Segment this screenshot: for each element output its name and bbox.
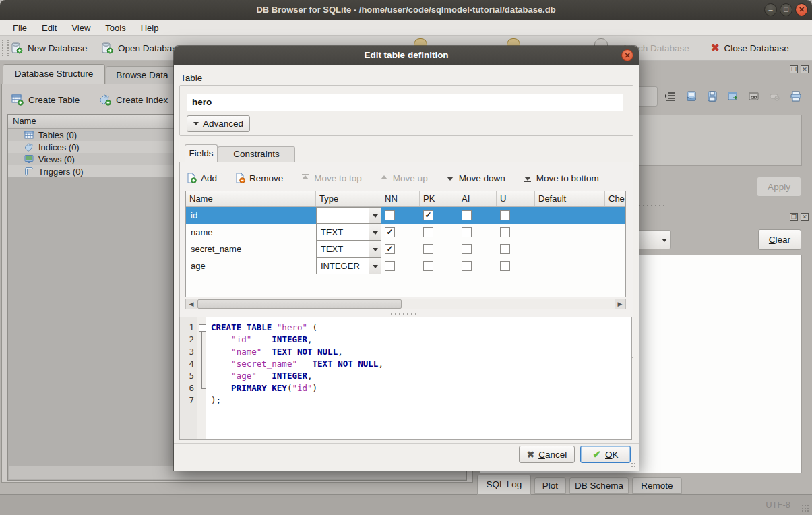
column-header-check[interactable]: Check xyxy=(605,191,626,206)
pk-checkbox[interactable] xyxy=(423,227,433,237)
field-row-name[interactable]: nameTEXT✓ xyxy=(186,224,625,241)
column-header-ai[interactable]: AI xyxy=(458,191,497,206)
type-combobox[interactable]: TEXT xyxy=(316,241,381,258)
print-button[interactable] xyxy=(787,88,805,105)
create-table-button[interactable]: Create Table xyxy=(11,91,80,109)
scroll-right-icon[interactable]: ▶ xyxy=(615,299,625,309)
cancel-button[interactable]: ✖ Cancel xyxy=(519,446,575,463)
dock-float-icon[interactable]: ❐ xyxy=(790,213,798,221)
table-name-input[interactable]: hero xyxy=(187,94,623,111)
move-to-top-button[interactable]: Move to top xyxy=(301,173,362,183)
move-to-bottom-button[interactable]: Move to bottom xyxy=(523,173,599,183)
ai-checkbox[interactable] xyxy=(462,227,472,237)
tab-db-schema[interactable]: DB Schema xyxy=(569,477,629,494)
dock-float-icon[interactable]: ❐ xyxy=(790,65,798,73)
tab-remote[interactable]: Remote xyxy=(632,477,682,494)
open-database-button[interactable]: Open Database xyxy=(101,39,182,57)
tab-browse-data[interactable]: Browse Data xyxy=(106,66,179,84)
maximize-icon[interactable]: □ xyxy=(780,3,792,16)
scroll-left-icon[interactable]: ◀ xyxy=(186,299,197,309)
resize-grip[interactable] xyxy=(801,504,809,512)
nn-checkbox[interactable]: ✓ xyxy=(385,244,395,254)
dock-splitter-handle[interactable] xyxy=(637,204,667,207)
pk-checkbox[interactable]: ✓ xyxy=(423,210,433,220)
column-header-name[interactable]: Name xyxy=(186,191,316,206)
column-header-u[interactable]: U xyxy=(497,191,535,206)
tab-plot[interactable]: Plot xyxy=(534,477,566,494)
menu-tools[interactable]: Tools xyxy=(99,22,131,34)
check-cell[interactable] xyxy=(605,241,626,258)
field-name-cell[interactable]: id xyxy=(186,207,316,224)
field-name-cell[interactable]: age xyxy=(186,258,316,274)
default-cell[interactable] xyxy=(535,241,605,258)
field-name-cell[interactable]: name xyxy=(186,224,316,241)
type-combobox[interactable]: INTEGER xyxy=(316,258,381,274)
menu-help[interactable]: Help xyxy=(135,22,165,34)
dialog-resize-grip[interactable] xyxy=(631,462,637,468)
pk-checkbox[interactable] xyxy=(423,244,433,254)
remove-button[interactable]: Remove xyxy=(235,173,283,183)
create-index-button[interactable]: Create Index xyxy=(99,91,168,109)
field-row-secret_name[interactable]: secret_nameTEXT✓ xyxy=(186,241,625,258)
move-up-button[interactable]: Move up xyxy=(379,173,428,183)
field-name-cell[interactable]: secret_name xyxy=(186,241,316,258)
dock-close-icon[interactable]: ✕ xyxy=(801,213,809,221)
default-cell[interactable] xyxy=(535,258,605,274)
field-row-id[interactable]: idINTEGER✓ xyxy=(186,207,625,224)
tab-constraints[interactable]: Constraints xyxy=(218,146,295,162)
export-button[interactable] xyxy=(724,88,742,105)
sql-fold-column[interactable] xyxy=(197,317,206,439)
apply-button[interactable]: Apply xyxy=(757,177,801,197)
dialog-close-icon[interactable]: ✕ xyxy=(621,49,633,61)
ai-checkbox[interactable] xyxy=(462,261,472,271)
type-combobox[interactable]: TEXT xyxy=(316,224,381,241)
dock-close-icon[interactable]: ✕ xyxy=(801,65,809,73)
check-cell[interactable] xyxy=(605,207,626,224)
toolbar-drag-handle[interactable] xyxy=(2,40,9,56)
nn-checkbox[interactable]: ✓ xyxy=(385,227,395,237)
menu-view[interactable]: View xyxy=(65,22,96,34)
pk-checkbox[interactable] xyxy=(423,261,433,271)
type-combobox[interactable]: INTEGER xyxy=(316,207,381,224)
indent-button[interactable] xyxy=(662,88,679,105)
window-titlebar[interactable]: DB Browser for SQLite - /home/user/code/… xyxy=(0,0,812,20)
column-header-nn[interactable]: NN xyxy=(381,191,420,206)
new-database-button[interactable]: New Database xyxy=(11,39,88,57)
default-cell[interactable] xyxy=(535,207,605,224)
fields-grid-hscrollbar[interactable]: ◀ ▶ xyxy=(185,299,626,309)
menu-file[interactable]: File xyxy=(7,22,33,34)
u-checkbox[interactable] xyxy=(500,227,510,237)
nn-checkbox[interactable] xyxy=(385,261,395,271)
clear-log-button[interactable]: Clear xyxy=(758,229,801,250)
advanced-button[interactable]: Advanced xyxy=(187,115,250,132)
scrollbar-thumb[interactable] xyxy=(197,299,402,309)
field-row-age[interactable]: ageINTEGER xyxy=(186,258,625,274)
column-header-default[interactable]: Default xyxy=(535,191,605,206)
ai-checkbox[interactable] xyxy=(462,210,472,220)
close-database-button[interactable]: ✖ Close Database xyxy=(711,39,789,57)
add-button[interactable]: Add xyxy=(186,173,217,183)
dialog-titlebar[interactable]: Edit table definition ✕ xyxy=(174,46,639,65)
u-checkbox[interactable] xyxy=(500,210,510,220)
fold-marker-icon[interactable] xyxy=(197,322,206,334)
open-file-button[interactable] xyxy=(683,88,700,105)
save-file-button[interactable] xyxy=(704,88,721,105)
menu-edit[interactable]: Edit xyxy=(36,22,63,34)
ai-checkbox[interactable] xyxy=(462,244,472,254)
tab-sql-log[interactable]: SQL Log xyxy=(477,475,531,495)
u-checkbox[interactable] xyxy=(500,261,510,271)
link-button[interactable] xyxy=(745,88,763,105)
tab-fields[interactable]: Fields xyxy=(185,144,218,162)
sql-preview[interactable]: 1234567 CREATE TABLE "hero" ( "id" INTEG… xyxy=(179,317,632,440)
cell-mode-button[interactable] xyxy=(636,86,658,107)
column-header-type[interactable]: Type xyxy=(316,191,381,206)
dialog-splitter-handle[interactable] xyxy=(389,313,419,315)
close-icon[interactable]: ✕ xyxy=(795,3,808,16)
null-toggle-button[interactable] xyxy=(766,88,784,105)
u-checkbox[interactable] xyxy=(500,244,510,254)
ok-button[interactable]: ✔ OK xyxy=(580,446,631,463)
default-cell[interactable] xyxy=(535,224,605,241)
check-cell[interactable] xyxy=(605,258,626,274)
cell-editor-area[interactable] xyxy=(639,115,802,166)
column-header-pk[interactable]: PK xyxy=(420,191,458,206)
